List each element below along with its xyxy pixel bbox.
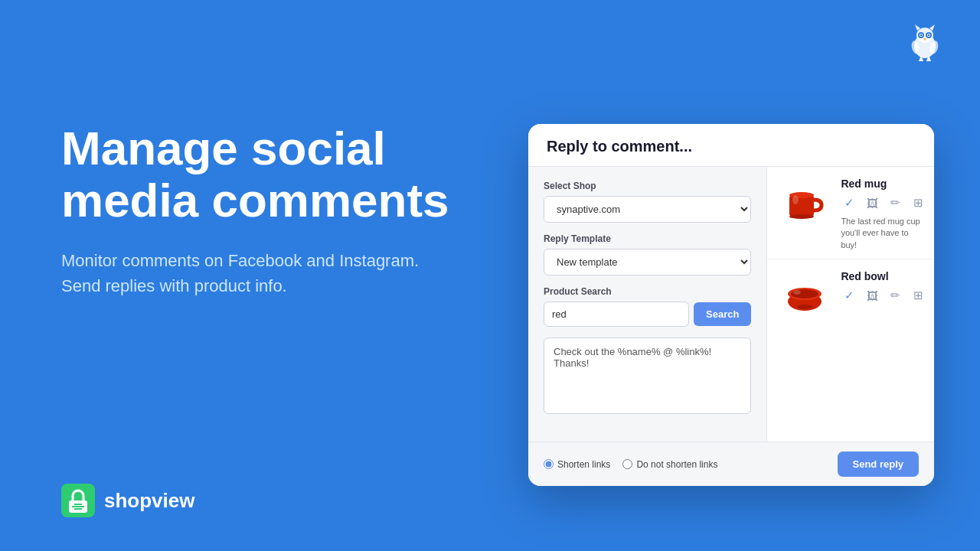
search-button[interactable]: Search <box>694 302 751 326</box>
svg-point-32 <box>793 290 801 295</box>
background: Manage social media comments Monitor com… <box>0 0 980 551</box>
search-row: Search <box>544 302 751 327</box>
no-shorten-option[interactable]: Do not shorten links <box>622 459 717 470</box>
brand-area: shopview <box>61 484 194 517</box>
modal-header: Reply to comment... <box>528 124 934 167</box>
brand-icon <box>61 484 95 517</box>
edit-icon[interactable]: ✏ <box>887 194 903 211</box>
modal-title: Reply to comment... <box>547 138 692 155</box>
check-icon-bowl[interactable]: ✓ <box>841 287 858 304</box>
product-item-red-mug: Red mug ✓ 🖼 ✏ ⊞ The last red mug cup you… <box>767 167 934 259</box>
shorten-links-radio[interactable] <box>544 459 554 469</box>
no-shorten-radio[interactable] <box>622 459 632 469</box>
reply-template-dropdown[interactable]: New template Template 1 <box>544 249 751 276</box>
shorten-links-label: Shorten links <box>557 459 610 470</box>
svg-point-25 <box>789 214 814 219</box>
reply-template-group: Reply Template New template Template 1 <box>544 233 751 276</box>
search-input[interactable] <box>544 302 689 327</box>
shorten-links-option[interactable]: Shorten links <box>544 459 610 470</box>
product-info-red-bowl: Red bowl ✓ 🖼 ✏ ⊞ <box>841 270 926 308</box>
svg-point-9 <box>928 34 929 36</box>
product-item-red-bowl: Red bowl ✓ 🖼 ✏ ⊞ <box>767 259 934 331</box>
svg-point-27 <box>792 195 799 204</box>
select-shop-label: Select Shop <box>544 181 751 191</box>
product-thumb-red-mug <box>778 178 831 231</box>
product-search-label: Product Search <box>544 286 751 297</box>
form-panel: Select Shop synaptive.com example.com Re… <box>528 167 766 442</box>
hero-subheading: Monitor comments on Facebook and Instagr… <box>61 248 429 298</box>
svg-point-8 <box>920 34 922 36</box>
svg-point-31 <box>797 305 812 309</box>
hootsuite-icon <box>906 24 943 61</box>
send-reply-button[interactable]: Send reply <box>838 452 919 477</box>
product-desc-red-mug: The last red mug cup you'll ever have to… <box>841 216 926 251</box>
product-actions-red-bowl: ✓ 🖼 ✏ ⊞ <box>841 287 926 304</box>
brand-name: shopview <box>104 489 194 513</box>
hero-heading: Manage social media comments <box>61 122 490 227</box>
reply-template-label: Reply Template <box>544 233 751 244</box>
edit-icon-bowl[interactable]: ✏ <box>887 287 903 304</box>
check-icon[interactable]: ✓ <box>841 194 858 211</box>
no-shorten-label: Do not shorten links <box>636 459 717 470</box>
product-name-red-mug: Red mug <box>841 178 926 190</box>
message-group: Check out the %name% @ %link%! Thanks! <box>544 337 751 417</box>
product-search-group: Product Search Search <box>544 286 751 327</box>
link-options: Shorten links Do not shorten links <box>544 459 717 470</box>
grid-icon[interactable]: ⊞ <box>910 194 926 211</box>
product-panel: Red mug ✓ 🖼 ✏ ⊞ The last red mug cup you… <box>766 167 934 442</box>
hero-content: Manage social media comments Monitor com… <box>61 122 490 298</box>
select-shop-dropdown[interactable]: synaptive.com example.com <box>544 196 751 223</box>
product-info-red-mug: Red mug ✓ 🖼 ✏ ⊞ The last red mug cup you… <box>841 178 926 251</box>
product-name-red-bowl: Red bowl <box>841 270 926 282</box>
red-bowl-icon <box>782 274 828 320</box>
image-icon[interactable]: 🖼 <box>864 194 880 211</box>
grid-icon-bowl[interactable]: ⊞ <box>910 287 926 304</box>
modal-body: Select Shop synaptive.com example.com Re… <box>528 167 934 442</box>
modal-footer: Shorten links Do not shorten links Send … <box>528 442 934 486</box>
select-shop-group: Select Shop synaptive.com example.com <box>544 181 751 223</box>
message-textarea[interactable]: Check out the %name% @ %link%! Thanks! <box>544 337 751 414</box>
product-actions-red-mug: ✓ 🖼 ✏ ⊞ <box>841 194 926 211</box>
image-icon-bowl[interactable]: 🖼 <box>864 287 880 304</box>
product-thumb-red-bowl <box>778 270 831 324</box>
reply-modal: Reply to comment... Select Shop synaptiv… <box>528 124 934 486</box>
red-mug-icon <box>782 181 828 227</box>
